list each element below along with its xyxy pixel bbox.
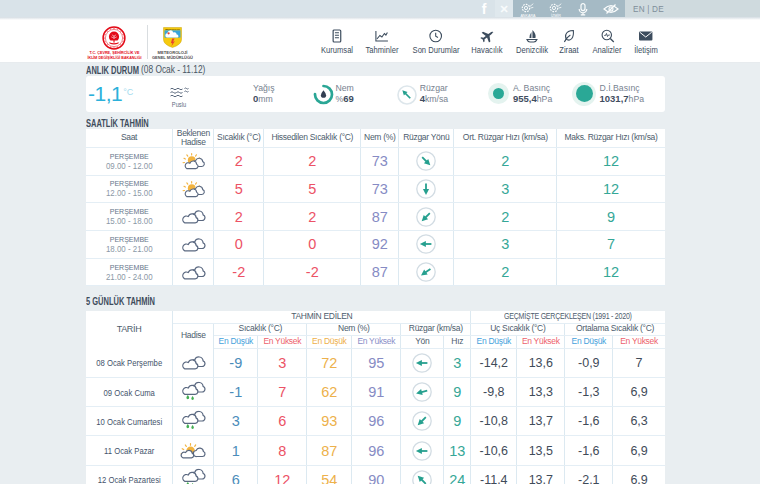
svg-text:İKLİM DEĞİŞİKLİĞİ BAKANLIĞI: İKLİM DEĞİŞİKLİĞİ BAKANLIĞI bbox=[88, 55, 142, 60]
svg-text:İZMİR: İZMİR bbox=[550, 13, 560, 18]
svg-text:GENEL MÜDÜRLÜĞÜ: GENEL MÜDÜRLÜĞÜ bbox=[152, 55, 193, 60]
svg-text:ANKARA: ANKARA bbox=[520, 14, 536, 18]
svg-text:METEOROLOJİ: METEOROLOJİ bbox=[165, 28, 180, 30]
